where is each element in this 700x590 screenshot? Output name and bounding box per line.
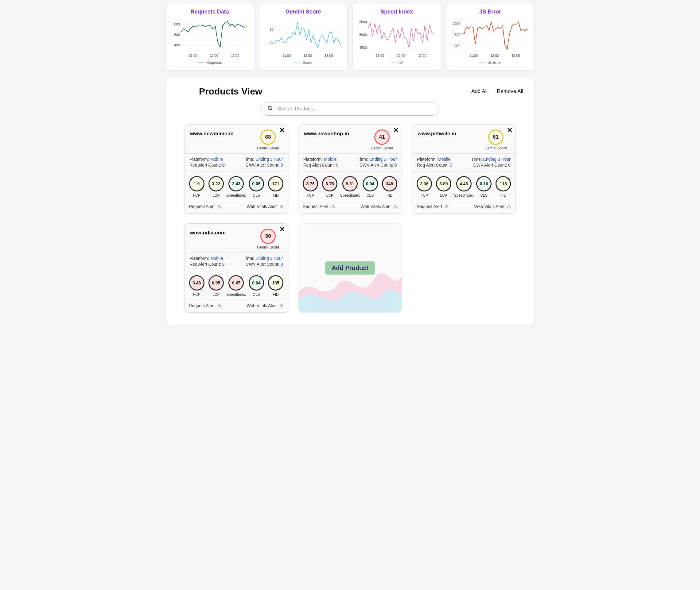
time-row: Time: Ending 3 Hour [244, 157, 283, 162]
metric-label: FCP [301, 193, 320, 198]
product-meta: Plateform: Mobile Time: Ending 3 Hour Re… [412, 154, 516, 172]
add-product-card: Add Product [298, 223, 402, 313]
metric-value: 4.46 [456, 176, 471, 191]
alert-icon [217, 303, 222, 309]
gemini-score-value: 68 [260, 129, 276, 145]
metrics-row: 1.9 FCP 3.22 LCP 2.43 SpeedIndex 0.05 CL… [184, 172, 288, 200]
alert-icon [331, 204, 335, 210]
product-card: ✕ www.petwale.in 61 Gemini Score Platefo… [412, 124, 516, 213]
close-icon[interactable]: ✕ [507, 127, 512, 134]
gemini-score-value: 61 [488, 129, 504, 145]
gemini-score-wrap: 50 Gemini Score [257, 228, 279, 250]
metric-label: SpeedIndex [226, 292, 246, 297]
time-row: Time: Ending 3 Hour [244, 256, 283, 261]
svg-text:600: 600 [174, 33, 180, 36]
close-icon[interactable]: ✕ [279, 127, 285, 134]
svg-text:1000: 1000 [453, 44, 460, 47]
product-domain: www.newdemo.in [190, 131, 234, 137]
metric-value: 2.36 [417, 176, 432, 191]
metric-fid: 171 FID [267, 176, 285, 198]
remove-all-button[interactable]: Remove All [497, 88, 523, 95]
cwv-alert-row: CWV Alert Count: 0 [473, 163, 511, 168]
metric-fcp: 1.9 FCP [188, 176, 206, 198]
metric-lcp: 6.76 LCP [321, 176, 339, 198]
req-alert-row: Req Alert Count: 0 [303, 163, 338, 168]
chart-title: Requests Data [170, 9, 250, 15]
metric-value: 6.47 [229, 275, 244, 291]
chart-area: 45005000550011:0012:0013:00 [357, 16, 437, 59]
alert-icon [279, 204, 284, 210]
product-meta: Plateform: Mobile Time: Ending 3 Hour Re… [184, 253, 288, 271]
chart-legend: Requests [170, 61, 250, 65]
svg-text:4500: 4500 [359, 46, 367, 50]
chart-title: Speed Index [357, 9, 437, 15]
products-panel: Products View Add All Remove All ✕ www.n… [166, 78, 534, 325]
gemini-score-label: Gemini Score [257, 245, 279, 250]
metric-cls: 0.04 CLS [247, 275, 265, 297]
metric-label: LCP [207, 193, 225, 198]
request-alert-link[interactable]: Request Alert [416, 204, 449, 210]
close-icon[interactable]: ✕ [393, 127, 399, 134]
metric-fcp: 3.75 FCP [301, 176, 320, 198]
gemini-score-wrap: 61 Gemini Score [485, 129, 507, 150]
chart-title: JS Error [451, 9, 530, 15]
chart-legend: Js Error [451, 61, 530, 65]
metric-value: 0.04 [363, 176, 378, 191]
product-meta: Plateform: Mobile Time: Ending 3 Hour Re… [184, 154, 288, 172]
svg-text:60: 60 [270, 28, 273, 31]
metric-label: SpeedIndex [454, 193, 474, 198]
svg-text:11:00: 11:00 [282, 54, 290, 58]
svg-text:12:00: 12:00 [397, 54, 405, 58]
metric-value: 3.22 [208, 176, 224, 191]
panel-header: Products View Add All Remove All [177, 86, 523, 97]
platform-row: Plateform: Mobile [303, 157, 337, 162]
web-vitals-alert-link[interactable]: Web Vitals Alert [247, 204, 283, 210]
add-product-button[interactable]: Add Product [325, 262, 375, 275]
svg-text:1500: 1500 [453, 33, 460, 36]
metric-label: SpeedIndex [340, 193, 360, 198]
svg-text:5000: 5000 [359, 33, 367, 36]
svg-text:2000: 2000 [453, 22, 460, 25]
close-icon[interactable]: ✕ [279, 226, 285, 233]
product-domain: www.newushop.in [304, 131, 349, 137]
metric-cls: 0.05 CLS [247, 176, 265, 198]
search-box[interactable] [261, 102, 439, 116]
alert-icon [393, 204, 397, 210]
metric-value: 6.76 [322, 176, 337, 191]
request-alert-link[interactable]: Request Alert [303, 204, 335, 210]
svg-text:11:00: 11:00 [469, 54, 477, 58]
chart-card-speed: Speed Index 45005000550011:0012:0013:00 … [353, 4, 441, 70]
metric-lcp: 3.22 LCP [207, 176, 225, 198]
chart-card-gemini: Gemini Score 556011:0012:0013:00 Score [259, 4, 348, 70]
web-vitals-alert-link[interactable]: Web Vitals Alert [474, 204, 511, 210]
platform-row: Plateform: Mobile [189, 157, 223, 162]
metrics-row: 2.36 FCP 3.89 LCP 4.46 SpeedIndex 0.10 C… [412, 172, 516, 200]
product-card: ✕ wowindia.com 50 Gemini Score Plateform… [184, 223, 288, 313]
product-card: ✕ www.newdemo.in 68 Gemini Score Platefo… [184, 124, 288, 213]
products-grid: ✕ www.newdemo.in 68 Gemini Score Platefo… [184, 124, 516, 313]
metric-label: LCP [207, 292, 225, 297]
gemini-score-wrap: 68 Gemini Score [257, 129, 279, 150]
metric-value: 0.04 [249, 275, 264, 291]
request-alert-link[interactable]: Request Alert [189, 303, 222, 309]
add-all-button[interactable]: Add All [471, 88, 488, 95]
svg-text:11:00: 11:00 [189, 54, 197, 58]
metric-fcp: 3.48 FCP [188, 275, 206, 297]
metric-fid: 348 FID [380, 176, 399, 198]
request-alert-link[interactable]: Request Alert [189, 204, 222, 210]
search-input[interactable] [278, 106, 433, 112]
svg-text:55: 55 [270, 40, 273, 44]
chart-card-requests: Requests Data 40060080011:0012:0013:00 R… [166, 4, 254, 70]
metrics-row: 3.75 FCP 6.76 LCP 9.31 SpeedIndex 0.04 C… [298, 172, 402, 200]
svg-text:13:00: 13:00 [418, 54, 426, 58]
product-footer: Request Alert Web Vitals Alert [412, 200, 516, 213]
metric-cls: 0.04 CLS [361, 176, 379, 198]
product-footer: Request Alert Web Vitals Alert [184, 299, 288, 312]
svg-text:13:00: 13:00 [325, 54, 333, 58]
web-vitals-alert-link[interactable]: Web Vitals Alert [247, 303, 283, 309]
web-vitals-alert-link[interactable]: Web Vitals Alert [360, 204, 397, 210]
svg-text:5500: 5500 [359, 20, 367, 24]
metric-label: CLS [247, 292, 265, 297]
svg-line-47 [271, 109, 272, 110]
metric-speedindex: 4.46 SpeedIndex [454, 176, 474, 198]
